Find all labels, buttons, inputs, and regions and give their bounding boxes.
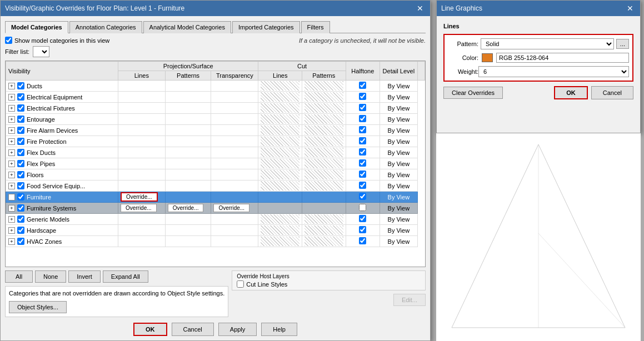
halftone-checkbox[interactable] xyxy=(359,93,366,100)
visibility-checkbox[interactable] xyxy=(17,104,24,112)
halftone-checkbox[interactable] xyxy=(359,170,366,178)
transparency-cell[interactable] xyxy=(211,125,258,136)
visibility-checkbox[interactable] xyxy=(17,238,24,245)
proj-lines-cell[interactable] xyxy=(118,114,165,125)
table-row[interactable]: +Furniture SystemsOverride...Override...… xyxy=(6,203,425,214)
halftone-checkbox[interactable] xyxy=(359,215,366,222)
tab-imported-categories[interactable]: Imported Categories xyxy=(232,21,300,33)
cut-line-styles-label[interactable]: Cut Line Styles xyxy=(237,280,421,288)
visibility-checkbox[interactable] xyxy=(17,193,24,200)
show-model-label[interactable]: Show model categories in this view xyxy=(5,37,109,44)
proj-patterns-cell[interactable] xyxy=(165,103,211,114)
table-row[interactable]: +Fire Alarm DevicesBy View xyxy=(6,125,425,136)
categories-table-container[interactable]: Visibility Projection/Surface Cut Halfto… xyxy=(5,61,426,267)
override-button-transparency[interactable]: Override... xyxy=(213,204,249,212)
visibility-checkbox[interactable] xyxy=(17,82,24,89)
tab-annotation-categories[interactable]: Annotation Categories xyxy=(69,21,142,33)
ok-button-main[interactable]: OK xyxy=(133,323,167,336)
visibility-checkbox[interactable] xyxy=(17,227,24,234)
color-swatch[interactable] xyxy=(482,53,493,62)
halftone-checkbox[interactable] xyxy=(359,237,366,244)
halftone-cell[interactable] xyxy=(346,114,380,125)
proj-lines-cell[interactable] xyxy=(118,180,165,192)
expand-icon[interactable]: + xyxy=(8,183,15,189)
proj-lines-cell[interactable]: Override... xyxy=(118,203,165,214)
halftone-checkbox[interactable] xyxy=(359,226,366,233)
color-value[interactable] xyxy=(496,53,629,63)
visibility-checkbox[interactable] xyxy=(17,171,24,178)
proj-patterns-cell[interactable] xyxy=(165,169,211,180)
halftone-checkbox[interactable] xyxy=(359,104,366,111)
table-row[interactable]: +Generic ModelsBy View xyxy=(6,214,425,225)
halftone-checkbox[interactable] xyxy=(359,126,366,133)
halftone-cell[interactable] xyxy=(346,225,380,236)
transparency-cell[interactable] xyxy=(211,92,258,103)
table-row[interactable]: +EntourageBy View xyxy=(6,114,425,125)
proj-patterns-cell[interactable] xyxy=(165,81,211,92)
proj-patterns-cell[interactable] xyxy=(165,92,211,103)
override-button-patterns[interactable]: Override... xyxy=(168,204,204,212)
halftone-checkbox[interactable] xyxy=(359,115,366,122)
table-row[interactable]: +Flex PipesBy View xyxy=(6,158,425,169)
halftone-checkbox[interactable] xyxy=(359,148,366,156)
cancel-button-main[interactable]: Cancel xyxy=(172,323,214,336)
line-dialog-close[interactable]: ✕ xyxy=(625,4,636,12)
transparency-cell[interactable] xyxy=(211,236,258,247)
proj-patterns-cell[interactable] xyxy=(165,125,211,136)
expand-icon[interactable]: + xyxy=(8,172,15,178)
visibility-checkbox[interactable] xyxy=(17,116,24,123)
halftone-cell[interactable] xyxy=(346,214,380,225)
proj-patterns-cell[interactable] xyxy=(165,158,211,169)
override-button[interactable]: Override... xyxy=(121,204,157,212)
expand-icon[interactable]: + xyxy=(8,138,15,145)
halftone-cell[interactable] xyxy=(346,136,380,147)
expand-icon[interactable]: + xyxy=(8,205,15,212)
proj-lines-cell[interactable] xyxy=(118,125,165,136)
transparency-cell[interactable] xyxy=(211,225,258,236)
expand-icon[interactable]: + xyxy=(8,149,15,156)
expand-icon[interactable]: + xyxy=(8,83,15,89)
table-row[interactable]: +Fire ProtectionBy View xyxy=(6,136,425,147)
none-button[interactable]: None xyxy=(35,270,66,283)
expand-icon[interactable]: + xyxy=(8,105,15,112)
proj-lines-cell[interactable] xyxy=(118,214,165,225)
table-row[interactable]: +HVAC ZonesBy View xyxy=(6,236,425,247)
weight-select[interactable]: 6 xyxy=(478,66,629,77)
expand-icon[interactable]: + xyxy=(8,216,15,223)
main-dialog-close[interactable]: ✕ xyxy=(415,4,426,12)
show-model-checkbox[interactable] xyxy=(5,37,12,44)
transparency-cell[interactable] xyxy=(211,192,258,203)
tab-analytical-model[interactable]: Analytical Model Categories xyxy=(143,21,231,33)
table-row[interactable]: +Electrical EquipmentBy View xyxy=(6,92,425,103)
halftone-cell[interactable] xyxy=(346,147,380,158)
tab-model-categories[interactable]: Model Categories xyxy=(5,21,68,33)
proj-lines-cell[interactable]: Override... xyxy=(118,192,165,203)
expand-icon[interactable]: + xyxy=(8,194,15,200)
visibility-checkbox[interactable] xyxy=(17,149,24,156)
expand-icon[interactable]: + xyxy=(8,127,15,134)
table-row[interactable]: +HardscapeBy View xyxy=(6,225,425,236)
proj-patterns-cell[interactable] xyxy=(165,236,211,247)
table-row[interactable]: +Flex DuctsBy View xyxy=(6,147,425,158)
proj-patterns-cell[interactable] xyxy=(165,180,211,192)
visibility-checkbox[interactable] xyxy=(17,182,24,189)
proj-lines-cell[interactable] xyxy=(118,81,165,92)
transparency-cell[interactable] xyxy=(211,158,258,169)
proj-patterns-cell[interactable] xyxy=(165,114,211,125)
transparency-cell[interactable] xyxy=(211,136,258,147)
line-dialog-ok-button[interactable]: OK xyxy=(554,86,588,99)
visibility-checkbox[interactable] xyxy=(17,93,24,101)
halftone-cell[interactable] xyxy=(346,203,380,214)
proj-lines-cell[interactable] xyxy=(118,225,165,236)
transparency-cell[interactable] xyxy=(211,81,258,92)
visibility-checkbox[interactable] xyxy=(17,215,24,223)
halftone-checkbox[interactable] xyxy=(359,137,366,144)
filter-select[interactable] xyxy=(33,46,49,57)
transparency-cell[interactable] xyxy=(211,114,258,125)
transparency-cell[interactable] xyxy=(211,214,258,225)
table-row[interactable]: +FurnitureOverride...By View xyxy=(6,192,425,203)
tab-filters[interactable]: Filters xyxy=(301,21,330,33)
proj-patterns-cell[interactable] xyxy=(165,192,211,203)
proj-lines-cell[interactable] xyxy=(118,169,165,180)
override-button-highlighted[interactable]: Override... xyxy=(121,192,158,202)
